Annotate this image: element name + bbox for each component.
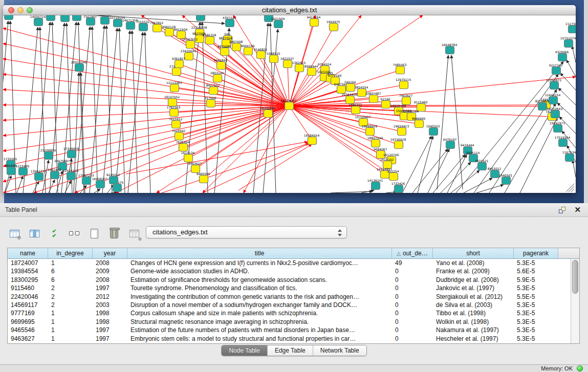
network-node[interactable] [446,141,455,149]
table-cell[interactable]: 5.3E-5 [514,301,558,309]
network-node[interactable] [264,110,273,118]
column-header-year[interactable]: year [93,248,127,258]
table-cell[interactable]: 5.3E-5 [514,309,558,317]
table-row[interactable]: 1938455462009Genome-wide association stu… [8,267,579,275]
table-cell[interactable]: 2008 [93,259,127,267]
network-node[interactable] [34,18,43,26]
table-cell[interactable]: Investigating the contribution of common… [127,293,392,301]
network-node[interactable] [45,152,53,160]
table-cell[interactable]: 2 [48,293,93,301]
table-row[interactable]: 1830029562008Estimation of significance … [8,276,579,284]
tab-node-table[interactable]: Node Table [222,345,268,356]
table-cell[interactable]: 5.3E-5 [514,326,558,334]
network-node[interactable] [446,47,454,54]
table-row[interactable]: 969969511998Structural magnetic resonanc… [8,318,579,326]
network-node[interactable] [213,75,222,82]
network-node[interactable] [538,103,547,111]
network-node[interactable] [101,17,110,25]
table-cell[interactable]: 1 [48,309,93,317]
network-node[interactable] [51,171,59,179]
table-cell[interactable]: 0 [392,276,433,284]
network-node[interactable] [73,15,81,21]
network-node[interactable] [7,167,16,175]
network-node[interactable] [502,177,511,185]
network-node[interactable] [96,181,105,188]
table-cell[interactable]: 2009 [93,267,127,275]
row-height-icon[interactable] [68,227,80,239]
table-cell[interactable]: Corpus callosum shape and size in male p… [127,309,392,317]
table-cell[interactable]: Changes of HCN gene expression and I(f) … [127,259,392,267]
table-cell[interactable]: 14569117 [8,301,48,309]
network-node[interactable] [75,64,84,72]
table-cell[interactable]: 5.3E-5 [514,318,558,326]
table-cell[interactable]: Yano et al. (2008) [433,259,514,267]
network-node[interactable] [244,48,253,55]
table-cell[interactable]: 2 [48,284,93,292]
network-node[interactable] [110,177,118,184]
network-node[interactable] [186,41,195,49]
network-node[interactable] [284,60,292,68]
network-node[interactable] [172,68,181,76]
tab-network-table[interactable]: Network Table [313,345,366,356]
table-cell[interactable]: 2003 [93,301,127,309]
table-select-dropdown[interactable]: citations_edges.txt [146,226,347,238]
table-cell[interactable]: Estimation of significance thresholds fo… [127,276,392,284]
network-node[interactable] [400,81,408,89]
network-node[interactable] [209,87,218,95]
network-node[interactable] [352,106,360,114]
network-node[interactable] [19,168,28,176]
network-node[interactable] [5,15,13,20]
table-cell[interactable]: Structural magnetic resonance image aver… [127,318,392,326]
table-cell[interactable]: 1 [48,259,93,267]
network-node[interactable] [569,26,576,33]
network-node[interactable] [551,111,560,118]
network-node[interactable] [564,40,573,48]
network-node[interactable] [47,15,55,21]
network-node[interactable] [550,82,559,90]
column-header-out_de[interactable]: △out_de… [392,248,433,258]
network-node[interactable] [153,25,162,32]
table-cell[interactable]: 18300295 [8,276,48,284]
import-table-icon[interactable]: ⊗ [128,227,140,239]
network-node[interactable] [398,128,406,136]
table-cell[interactable]: 5.3E-5 [514,259,558,267]
table-cell[interactable]: 49 [392,259,433,267]
network-node[interactable] [565,154,574,162]
table-cell[interactable]: 2 [48,301,93,309]
table-cell[interactable]: 5.6E-5 [514,267,558,275]
delete-table-icon[interactable] [108,227,120,239]
network-node[interactable] [549,97,558,104]
network-node[interactable] [310,19,319,27]
table-settings-icon[interactable]: ⚙ [8,227,20,239]
close-panel-icon[interactable]: ✕ [574,205,581,214]
table-cell[interactable]: Disruption of a novel member of a sodium… [127,301,392,309]
table-row[interactable]: 946362711997Embryonic stem cells: a mode… [8,335,579,343]
network-node[interactable] [415,120,424,128]
network-node[interactable] [395,185,403,193]
network-node[interactable] [270,55,278,63]
table-cell[interactable]: 1997 [93,335,127,343]
network-node[interactable] [308,68,316,76]
network-node[interactable] [396,67,405,74]
new-table-icon[interactable] [88,227,100,239]
network-canvas[interactable]: 1872400779638228960128891293422226058982… [3,15,576,193]
network-node[interactable] [175,133,184,140]
resize-grip-icon[interactable] [569,186,574,192]
table-cell[interactable]: 6 [48,267,93,275]
network-node[interactable] [366,128,375,136]
table-cell[interactable]: 1998 [93,309,127,317]
table-cell[interactable]: Dudbridge et al. (2008) [433,276,514,284]
table-cell[interactable]: 18724007 [8,259,48,267]
network-node[interactable] [200,176,208,183]
network-node[interactable] [61,15,70,22]
scrollbar-thumb[interactable] [572,260,578,294]
network-node[interactable] [491,170,499,178]
table-row[interactable]: 1872400712008Changes of HCN gene express… [8,259,579,267]
table-cell[interactable]: 0 [392,293,433,301]
network-node[interactable] [184,155,193,162]
table-cell[interactable]: 19384554 [8,267,48,275]
table-cell[interactable]: 0 [392,318,433,326]
table-cell[interactable]: 2008 [93,276,127,284]
table-cell[interactable]: 22420046 [8,293,48,301]
network-node[interactable] [185,53,193,60]
